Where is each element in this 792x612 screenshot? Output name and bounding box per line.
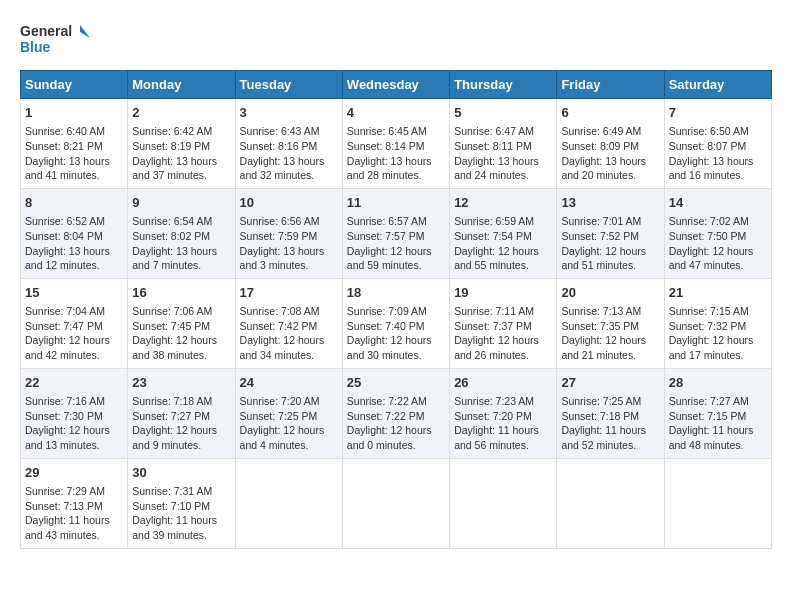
day-info-line: Sunset: 7:57 PM [347, 230, 425, 242]
day-info-line: Sunrise: 7:06 AM [132, 305, 212, 317]
day-info-line: Daylight: 11 hours [25, 514, 110, 526]
day-info-line: Daylight: 12 hours [561, 334, 646, 346]
day-info-line: and 38 minutes. [132, 349, 207, 361]
day-info-line: Sunrise: 7:23 AM [454, 395, 534, 407]
day-info-line: Daylight: 11 hours [454, 424, 539, 436]
day-info-line: Daylight: 12 hours [669, 334, 754, 346]
day-info-line: Sunrise: 7:27 AM [669, 395, 749, 407]
day-info-line: Sunrise: 7:01 AM [561, 215, 641, 227]
calendar-cell: 30Sunrise: 7:31 AMSunset: 7:10 PMDayligh… [128, 458, 235, 548]
calendar-cell: 6Sunrise: 6:49 AMSunset: 8:09 PMDaylight… [557, 99, 664, 189]
week-row-2: 8Sunrise: 6:52 AMSunset: 8:04 PMDaylight… [21, 188, 772, 278]
day-info-line: Sunrise: 7:31 AM [132, 485, 212, 497]
day-info-line: and 34 minutes. [240, 349, 315, 361]
day-info-line: Sunset: 8:09 PM [561, 140, 639, 152]
calendar-cell: 7Sunrise: 6:50 AMSunset: 8:07 PMDaylight… [664, 99, 771, 189]
day-info-line: Sunset: 7:22 PM [347, 410, 425, 422]
calendar-cell [342, 458, 449, 548]
calendar-cell [664, 458, 771, 548]
day-info-line: Daylight: 11 hours [561, 424, 646, 436]
svg-text:General: General [20, 23, 72, 39]
day-number: 1 [25, 104, 123, 122]
day-info-line: Sunset: 8:16 PM [240, 140, 318, 152]
day-info-line: Daylight: 12 hours [240, 424, 325, 436]
day-info-line: Sunset: 7:20 PM [454, 410, 532, 422]
day-info-line: and 59 minutes. [347, 259, 422, 271]
day-info-line: Sunset: 7:50 PM [669, 230, 747, 242]
calendar-header: SundayMondayTuesdayWednesdayThursdayFrid… [21, 71, 772, 99]
day-info-line: Sunrise: 7:29 AM [25, 485, 105, 497]
day-info-line: and 28 minutes. [347, 169, 422, 181]
day-info-line: Sunrise: 6:47 AM [454, 125, 534, 137]
day-info-line: and 41 minutes. [25, 169, 100, 181]
day-info-line: Sunset: 7:59 PM [240, 230, 318, 242]
day-info-line: Sunrise: 6:57 AM [347, 215, 427, 227]
day-info-line: Daylight: 12 hours [347, 424, 432, 436]
day-info-line: Sunrise: 6:59 AM [454, 215, 534, 227]
calendar-cell: 2Sunrise: 6:42 AMSunset: 8:19 PMDaylight… [128, 99, 235, 189]
day-info-line: Sunset: 7:30 PM [25, 410, 103, 422]
day-info-line: Daylight: 13 hours [240, 155, 325, 167]
day-info-line: and 37 minutes. [132, 169, 207, 181]
day-info-line: and 21 minutes. [561, 349, 636, 361]
day-info-line: and 52 minutes. [561, 439, 636, 451]
day-info-line: and 12 minutes. [25, 259, 100, 271]
day-info-line: Sunset: 7:13 PM [25, 500, 103, 512]
calendar-cell: 24Sunrise: 7:20 AMSunset: 7:25 PMDayligh… [235, 368, 342, 458]
day-info-line: Sunrise: 6:45 AM [347, 125, 427, 137]
day-number: 26 [454, 374, 552, 392]
day-info-line: Sunset: 7:42 PM [240, 320, 318, 332]
day-number: 28 [669, 374, 767, 392]
day-info-line: Daylight: 12 hours [454, 334, 539, 346]
day-info-line: Sunset: 7:15 PM [669, 410, 747, 422]
day-info-line: Daylight: 13 hours [25, 245, 110, 257]
logo-svg: General Blue [20, 20, 90, 60]
day-info-line: Sunset: 7:45 PM [132, 320, 210, 332]
calendar-cell: 26Sunrise: 7:23 AMSunset: 7:20 PMDayligh… [450, 368, 557, 458]
day-info-line: Daylight: 13 hours [132, 155, 217, 167]
day-info-line: Daylight: 12 hours [347, 334, 432, 346]
calendar-cell: 13Sunrise: 7:01 AMSunset: 7:52 PMDayligh… [557, 188, 664, 278]
day-info-line: and 26 minutes. [454, 349, 529, 361]
day-number: 19 [454, 284, 552, 302]
day-info-line: Sunrise: 7:25 AM [561, 395, 641, 407]
calendar-cell: 11Sunrise: 6:57 AMSunset: 7:57 PMDayligh… [342, 188, 449, 278]
day-info-line: Daylight: 12 hours [132, 424, 217, 436]
day-info-line: and 30 minutes. [347, 349, 422, 361]
day-info-line: and 7 minutes. [132, 259, 201, 271]
day-number: 16 [132, 284, 230, 302]
day-info-line: Sunrise: 7:20 AM [240, 395, 320, 407]
day-number: 29 [25, 464, 123, 482]
day-number: 22 [25, 374, 123, 392]
day-number: 13 [561, 194, 659, 212]
calendar-cell: 12Sunrise: 6:59 AMSunset: 7:54 PMDayligh… [450, 188, 557, 278]
day-info-line: Sunrise: 7:08 AM [240, 305, 320, 317]
day-info-line: and 9 minutes. [132, 439, 201, 451]
day-number: 20 [561, 284, 659, 302]
day-number: 15 [25, 284, 123, 302]
day-info-line: Sunset: 7:35 PM [561, 320, 639, 332]
day-number: 12 [454, 194, 552, 212]
day-info-line: Sunrise: 6:50 AM [669, 125, 749, 137]
calendar-cell: 10Sunrise: 6:56 AMSunset: 7:59 PMDayligh… [235, 188, 342, 278]
day-number: 14 [669, 194, 767, 212]
day-info-line: Sunrise: 7:15 AM [669, 305, 749, 317]
day-info-line: and 4 minutes. [240, 439, 309, 451]
day-info-line: Sunset: 8:11 PM [454, 140, 532, 152]
day-info-line: Sunset: 7:18 PM [561, 410, 639, 422]
day-info-line: Sunrise: 7:09 AM [347, 305, 427, 317]
calendar-cell: 22Sunrise: 7:16 AMSunset: 7:30 PMDayligh… [21, 368, 128, 458]
day-info-line: Daylight: 13 hours [240, 245, 325, 257]
day-info-line: Sunset: 7:10 PM [132, 500, 210, 512]
day-info-line: Daylight: 12 hours [347, 245, 432, 257]
calendar-cell: 5Sunrise: 6:47 AMSunset: 8:11 PMDaylight… [450, 99, 557, 189]
day-info-line: Daylight: 12 hours [561, 245, 646, 257]
day-info-line: Daylight: 11 hours [132, 514, 217, 526]
day-number: 6 [561, 104, 659, 122]
day-info-line: and 47 minutes. [669, 259, 744, 271]
calendar-table: SundayMondayTuesdayWednesdayThursdayFrid… [20, 70, 772, 549]
day-info-line: Sunrise: 7:11 AM [454, 305, 534, 317]
day-info-line: Sunrise: 6:56 AM [240, 215, 320, 227]
day-info-line: and 42 minutes. [25, 349, 100, 361]
day-info-line: and 56 minutes. [454, 439, 529, 451]
